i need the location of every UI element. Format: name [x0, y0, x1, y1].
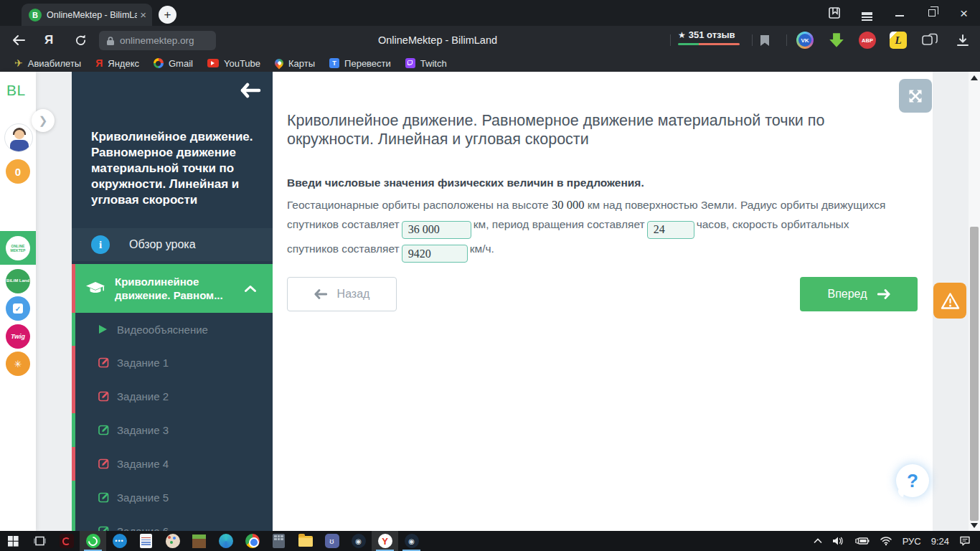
sidebar-item-task-3[interactable]: Задание 3	[72, 413, 273, 446]
adblock-plus-icon[interactable]: ABP	[859, 32, 876, 49]
back-icon[interactable]	[7, 26, 30, 55]
back-button[interactable]: Назад	[287, 277, 397, 311]
vk-icon[interactable]: VK	[796, 32, 814, 49]
taskbar-file-explorer-icon[interactable]	[292, 531, 319, 551]
savefrom-arrow-icon[interactable]	[828, 32, 845, 49]
status-strip	[72, 413, 75, 447]
sidebar-item-overview[interactable]: i Обзор урока	[72, 228, 273, 261]
taskbar-red-app-icon[interactable]	[53, 531, 80, 551]
tab-title: OnlineMektep - BilimLan	[47, 10, 137, 20]
taskbar-yandex-browser-icon[interactable]: Y	[372, 531, 398, 551]
scroll-down-icon[interactable]	[971, 523, 978, 528]
clock[interactable]: 9:24	[926, 531, 954, 551]
volume-icon[interactable]	[827, 531, 849, 551]
new-tab-button[interactable]: +	[159, 6, 176, 24]
minimize-button[interactable]	[883, 0, 915, 26]
bookmark-translate[interactable]: T Перевести	[329, 58, 391, 69]
bookmarks-bar: ✈ Авиабилеты Я Яндекс Gmail YouTube Карт…	[0, 55, 980, 72]
app-strip: BL 0 ONLINE MEKTEP BiLiM Land ✓ Twig ✳	[0, 72, 36, 531]
itest-icon: ✓	[13, 303, 23, 314]
scrollbar[interactable]	[969, 72, 980, 531]
task-view-button[interactable]	[27, 531, 53, 551]
taskbar-whatsapp-icon[interactable]	[80, 531, 106, 551]
sidebar-section-active[interactable]: Криволинейное движение. Равном...	[72, 264, 273, 313]
sidebar-item-task-6[interactable]: Задание 6	[72, 514, 273, 531]
sidebar-item-task-5[interactable]: Задание 5	[72, 481, 273, 514]
taskbar-steam-icon-2[interactable]: ◉	[398, 531, 425, 551]
battery-icon[interactable]	[849, 531, 875, 551]
bookmark-youtube[interactable]: YouTube	[207, 58, 260, 69]
lesson-sidebar: Криволинейное движение. Равномерное движ…	[72, 72, 273, 531]
youtube-icon	[207, 59, 219, 67]
refresh-icon[interactable]	[70, 26, 90, 55]
tray-chevron-up-icon[interactable]	[809, 531, 827, 551]
expand-arrows-icon	[907, 88, 924, 105]
url-text: onlinemektep.org	[120, 35, 194, 46]
graduation-cap-icon	[86, 282, 105, 295]
taskbar-steam-icon[interactable]: ◉	[345, 531, 372, 551]
notification-badge[interactable]: 0	[6, 159, 30, 184]
taskbar-chrome-icon[interactable]	[239, 531, 265, 551]
lastpass-icon[interactable]: L	[890, 32, 907, 49]
screen: B OnlineMektep - BilimLan × + × Я online…	[0, 0, 980, 551]
status-strip	[72, 514, 75, 531]
sidebar-item-task-2[interactable]: Задание 2	[72, 380, 273, 413]
start-button[interactable]	[0, 531, 27, 551]
windows-logo-icon	[8, 536, 19, 547]
warning-triangle-icon	[941, 292, 960, 310]
bookmark-yandex[interactable]: Я Яндекс	[95, 57, 139, 69]
sidebar-item-task-1[interactable]: Задание 1	[72, 346, 273, 379]
answer-input-speed[interactable]	[402, 245, 468, 263]
side-panel-icon[interactable]	[819, 0, 851, 26]
wifi-icon[interactable]	[875, 531, 897, 551]
app-tile-twig[interactable]: Twig	[6, 324, 30, 349]
bookmark-twitch[interactable]: Twitch	[405, 58, 447, 69]
taskbar-paint-icon[interactable]	[159, 531, 186, 551]
taskbar-edge-icon[interactable]	[212, 531, 239, 551]
restore-button[interactable]	[915, 0, 948, 26]
scroll-up-icon[interactable]	[971, 75, 978, 80]
taskbar-discord-icon[interactable]: ʊ	[319, 531, 345, 551]
fullscreen-button[interactable]	[899, 79, 932, 113]
sentence-part: Геостационарные орбиты расположены на вы…	[287, 199, 549, 211]
star-icon: ★	[678, 30, 686, 40]
tab-close-icon[interactable]: ×	[140, 9, 146, 21]
sentence-part: км, период вращения составляет	[473, 218, 645, 230]
exercise-sentence: Геостационарные орбиты расположены на вы…	[287, 195, 903, 263]
help-button[interactable]: ?	[896, 464, 929, 497]
close-button[interactable]: ×	[948, 0, 980, 26]
imektep-star-icon: ✳	[14, 359, 22, 369]
content-title: Криволинейное движение. Равномерное движ…	[287, 111, 884, 149]
taskbar-calculator-icon[interactable]	[265, 531, 292, 551]
app-tile-onlinemektep[interactable]: ONLINE MEKTEP	[0, 231, 36, 265]
scrollbar-thumb[interactable]	[970, 227, 979, 521]
next-button[interactable]: Вперед	[800, 277, 918, 311]
bookmark-aviabilety[interactable]: ✈ Авиабилеты	[14, 57, 81, 69]
site-rating[interactable]: ★ 351 отзыв	[678, 29, 747, 45]
taskbar-blue-share-icon[interactable]: •••	[106, 531, 133, 551]
expand-strip-chevron-icon[interactable]: ❯	[32, 109, 55, 132]
taskbar-wordpad-icon[interactable]	[133, 531, 159, 551]
app-tile-imektep[interactable]: ✳	[6, 352, 30, 376]
yandex-search-icon[interactable]: Я	[39, 26, 59, 55]
address-bar[interactable]: onlinemektep.org	[99, 31, 216, 50]
answer-input-period[interactable]	[647, 221, 694, 239]
bookmark-maps[interactable]: Карты	[275, 58, 315, 69]
app-tile-bilimland[interactable]: BiLiM Land	[6, 269, 30, 293]
app-tile-itest[interactable]: ✓	[6, 296, 30, 321]
action-center-icon[interactable]	[954, 531, 976, 551]
sidebar-back-arrow-icon[interactable]	[240, 83, 261, 98]
collections-icon[interactable]	[921, 32, 938, 49]
answer-input-radius[interactable]	[402, 221, 471, 239]
report-problem-button[interactable]	[933, 283, 966, 319]
menu-icon[interactable]	[851, 0, 883, 26]
bookmark-gmail[interactable]: Gmail	[154, 58, 193, 69]
language-indicator[interactable]: РУС	[897, 531, 926, 551]
browser-tab[interactable]: B OnlineMektep - BilimLan ×	[22, 4, 152, 26]
sidebar-item-video[interactable]: Видеообъяснение	[72, 313, 273, 346]
sidebar-item-task-4[interactable]: Задание 4	[72, 447, 273, 480]
taskbar-minecraft-icon[interactable]	[186, 531, 212, 551]
download-icon[interactable]	[954, 32, 971, 49]
bookmark-flag-icon[interactable]	[756, 32, 773, 49]
avatar[interactable]	[4, 123, 33, 152]
